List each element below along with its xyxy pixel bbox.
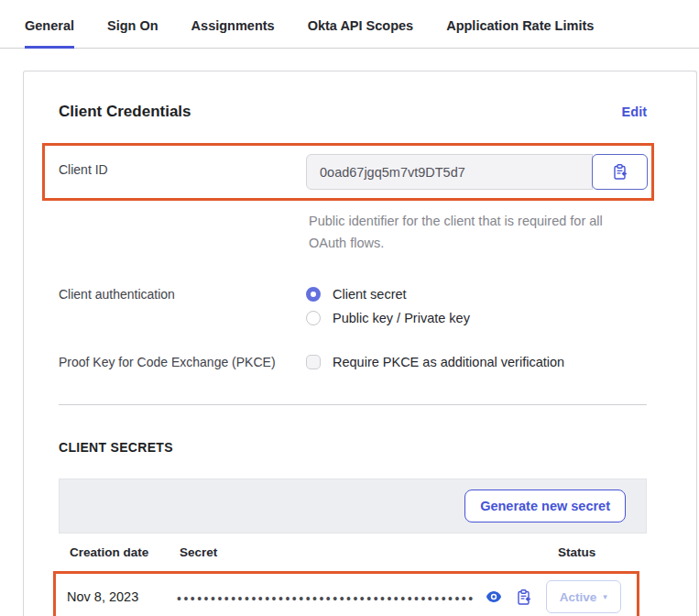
secret-table-row: Nov 8, 2023 ••••••••••••••••••••••••••••… bbox=[56, 574, 637, 616]
secret-row-highlight-box: Nov 8, 2023 ••••••••••••••••••••••••••••… bbox=[53, 571, 639, 616]
tab-sign-on[interactable]: Sign On bbox=[107, 13, 158, 49]
client-id-field-group: 0oad67jgq5m7vt9DT5d7 bbox=[306, 154, 648, 190]
app-tabbar: General Sign On Assignments Okta API Sco… bbox=[0, 0, 699, 49]
client-id-help-text: Public identifier for the client that is… bbox=[309, 210, 620, 254]
radio-option-label: Public key / Private key bbox=[333, 311, 470, 325]
column-header-secret: Secret bbox=[180, 545, 508, 559]
client-credentials-header: Client Credentials Edit bbox=[59, 103, 647, 121]
tab-application-rate-limits[interactable]: Application Rate Limits bbox=[446, 13, 594, 49]
tab-assignments[interactable]: Assignments bbox=[191, 13, 275, 49]
tab-okta-api-scopes[interactable]: Okta API Scopes bbox=[308, 13, 414, 49]
tab-general[interactable]: General bbox=[25, 13, 74, 49]
client-authentication-label: Client authentication bbox=[59, 285, 306, 302]
radio-option-client-secret[interactable]: Client secret bbox=[306, 287, 647, 302]
secret-creation-date: Nov 8, 2023 bbox=[67, 589, 177, 604]
eye-icon bbox=[486, 590, 502, 603]
client-secrets-title: CLIENT SECRETS bbox=[59, 440, 647, 455]
client-credentials-card: Client Credentials Edit Client ID 0oad67… bbox=[23, 71, 697, 616]
generate-new-secret-button[interactable]: Generate new secret bbox=[464, 490, 626, 522]
clipboard-copy-icon bbox=[515, 588, 532, 606]
secret-masked-cell: ••••••••••••••••••••••••••••••••••••••••… bbox=[177, 588, 504, 605]
column-header-status: Status bbox=[548, 545, 636, 559]
secrets-table-toolbar: Generate new secret bbox=[59, 478, 647, 534]
radio-unselected-icon[interactable] bbox=[306, 311, 321, 325]
status-label: Active bbox=[560, 590, 597, 604]
secret-status-dropdown[interactable]: Active ▾ bbox=[546, 580, 621, 613]
pkce-checkbox-label: Require PKCE as additional verification bbox=[333, 355, 564, 369]
radio-selected-icon[interactable] bbox=[306, 287, 321, 302]
client-id-help-row: Public identifier for the client that is… bbox=[59, 201, 647, 254]
radio-option-label: Client secret bbox=[333, 287, 407, 302]
client-id-row: Client ID 0oad67jgq5m7vt9DT5d7 bbox=[59, 154, 646, 190]
copy-client-id-button[interactable] bbox=[592, 154, 648, 190]
pkce-row: Proof Key for Code Exchange (PKCE) Requi… bbox=[59, 353, 647, 369]
client-id-value-field[interactable]: 0oad67jgq5m7vt9DT5d7 bbox=[306, 154, 593, 190]
section-title: Client Credentials bbox=[59, 103, 191, 121]
column-header-creation-date: Creation date bbox=[70, 545, 180, 559]
client-id-label: Client ID bbox=[59, 154, 306, 177]
checkbox-unchecked-icon[interactable] bbox=[306, 355, 321, 369]
secrets-table-header: Creation date Secret Status bbox=[59, 534, 647, 571]
copy-secret-button[interactable] bbox=[504, 587, 544, 608]
client-id-highlight-box: Client ID 0oad67jgq5m7vt9DT5d7 bbox=[42, 143, 654, 201]
section-divider bbox=[59, 404, 647, 405]
client-secrets-table: Generate new secret Creation date Secret… bbox=[59, 478, 647, 616]
edit-link[interactable]: Edit bbox=[622, 104, 647, 119]
client-authentication-row: Client authentication Client secret Publ… bbox=[59, 285, 647, 325]
chevron-down-icon: ▾ bbox=[603, 593, 607, 601]
client-authentication-options: Client secret Public key / Private key bbox=[306, 285, 647, 325]
pkce-checkbox-option[interactable]: Require PKCE as additional verification bbox=[306, 353, 647, 369]
clipboard-copy-icon bbox=[611, 163, 628, 181]
radio-option-public-private-key[interactable]: Public key / Private key bbox=[306, 311, 647, 325]
secret-masked-value: ••••••••••••••••••••••••••••••••••••••••… bbox=[177, 589, 475, 605]
pkce-label: Proof Key for Code Exchange (PKCE) bbox=[59, 353, 306, 369]
reveal-secret-button[interactable] bbox=[484, 588, 504, 605]
